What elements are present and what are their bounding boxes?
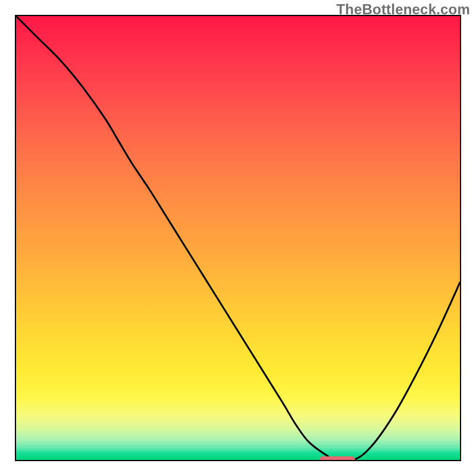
watermark-text: TheBottleneck.com (336, 1, 470, 18)
bottleneck-curve (16, 16, 460, 460)
plot-area (15, 15, 461, 461)
optimal-range-marker (320, 456, 355, 461)
chart-stage: TheBottleneck.com (0, 0, 476, 476)
